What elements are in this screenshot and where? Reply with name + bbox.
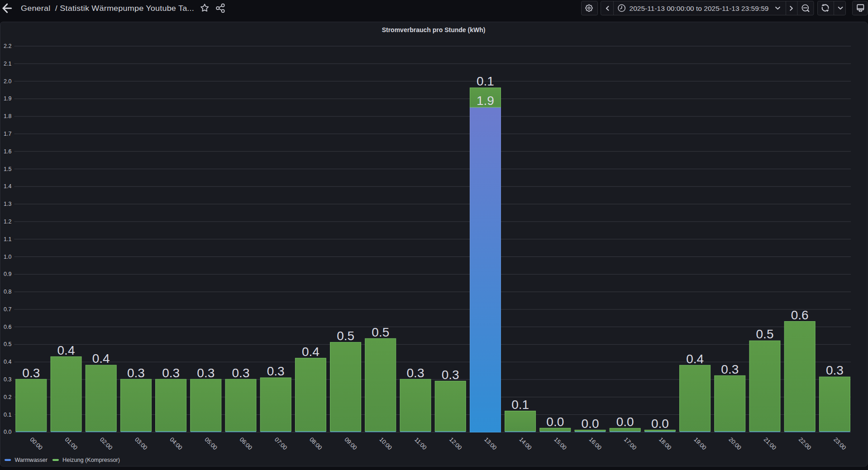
svg-text:Heizung (Kompressor): Heizung (Kompressor) [62, 457, 120, 463]
svg-text:0.6: 0.6 [791, 308, 809, 322]
svg-text:0.3: 0.3 [4, 376, 11, 383]
svg-text:0.4: 0.4 [92, 351, 110, 366]
svg-text:0.0: 0.0 [651, 417, 669, 431]
svg-text:0.3: 0.3 [162, 366, 180, 380]
svg-text:0.0: 0.0 [546, 415, 564, 429]
svg-text:0.0: 0.0 [4, 429, 11, 435]
svg-text:2.2: 2.2 [4, 43, 11, 49]
svg-text:0.3: 0.3 [407, 366, 424, 380]
svg-text:0.3: 0.3 [267, 364, 285, 378]
svg-text:1.1: 1.1 [4, 236, 11, 242]
svg-text:0.3: 0.3 [442, 368, 459, 382]
svg-text:General / Statistik Wärmepump: General / Statistik Wärmepumpe Youtube T… [21, 4, 194, 13]
svg-text:0.3: 0.3 [826, 363, 844, 377]
svg-text:0.0: 0.0 [616, 415, 634, 429]
svg-text:1.8: 1.8 [4, 113, 11, 119]
svg-text:0.9: 0.9 [4, 271, 11, 277]
svg-text:1.2: 1.2 [4, 218, 11, 225]
svg-text:0.4: 0.4 [686, 352, 704, 366]
svg-text:0.0: 0.0 [582, 417, 599, 431]
svg-text:1.4: 1.4 [4, 183, 11, 190]
svg-text:0.4: 0.4 [302, 345, 320, 359]
svg-text:0.2: 0.2 [4, 394, 11, 400]
svg-text:0.5: 0.5 [372, 325, 389, 339]
svg-text:1.6: 1.6 [4, 148, 11, 155]
svg-text:2.0: 2.0 [4, 78, 11, 85]
svg-text:0.3: 0.3 [721, 362, 739, 376]
svg-text:1.0: 1.0 [4, 254, 11, 260]
svg-text:0.6: 0.6 [4, 324, 11, 330]
svg-text:1.9: 1.9 [477, 94, 494, 108]
svg-text:0.8: 0.8 [4, 289, 11, 295]
svg-text:0.7: 0.7 [4, 306, 11, 313]
svg-text:0.4: 0.4 [57, 343, 75, 357]
svg-text:0.1: 0.1 [477, 74, 494, 88]
svg-text:Stromverbrauch pro Stunde (kWh: Stromverbrauch pro Stunde (kWh) [382, 26, 486, 33]
svg-text:0.4: 0.4 [4, 359, 11, 365]
svg-text:0.3: 0.3 [232, 366, 250, 380]
svg-text:0.3: 0.3 [197, 366, 215, 380]
svg-text:0.3: 0.3 [127, 366, 145, 380]
svg-text:0.5: 0.5 [4, 341, 11, 347]
svg-text:0.5: 0.5 [337, 329, 354, 343]
svg-text:1.5: 1.5 [4, 166, 11, 172]
svg-text:Warmwasser: Warmwasser [15, 457, 48, 463]
svg-text:1.7: 1.7 [4, 131, 11, 137]
svg-text:0.3: 0.3 [22, 366, 40, 380]
svg-text:2025-11-13 00:00:00 to 2025-11: 2025-11-13 00:00:00 to 2025-11-13 23:59:… [630, 5, 769, 12]
svg-text:0.5: 0.5 [756, 327, 774, 341]
svg-text:1.3: 1.3 [4, 201, 11, 207]
svg-text:0.1: 0.1 [4, 412, 11, 418]
svg-text:1.9: 1.9 [4, 95, 11, 102]
svg-text:2.1: 2.1 [4, 61, 11, 67]
svg-text:0.1: 0.1 [511, 398, 529, 412]
